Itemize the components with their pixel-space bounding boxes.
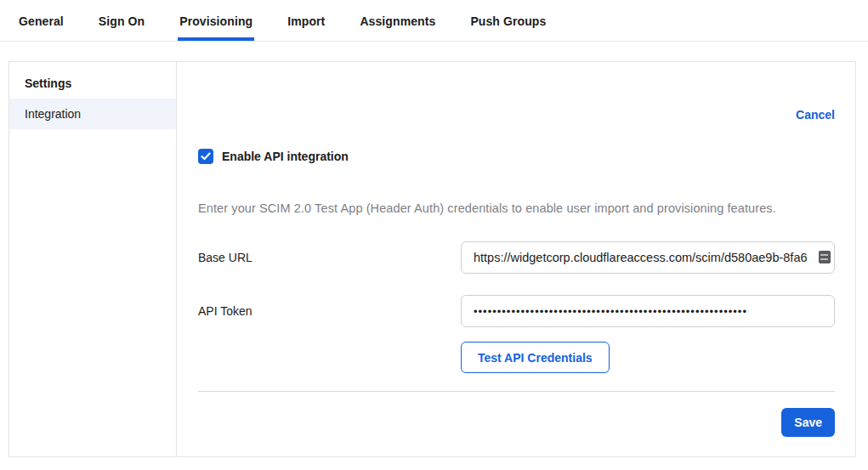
save-button[interactable]: Save: [781, 408, 835, 437]
test-api-credentials-button[interactable]: Test API Credentials: [461, 342, 610, 373]
base-url-row: Base URL: [198, 241, 835, 274]
api-token-label: API Token: [198, 304, 461, 318]
tab-general[interactable]: General: [17, 0, 65, 41]
tab-sign-on[interactable]: Sign On: [97, 0, 146, 41]
tab-assignments[interactable]: Assignments: [358, 0, 437, 41]
sidebar-item-integration[interactable]: Integration: [9, 99, 176, 129]
sidebar-header: Settings: [9, 67, 176, 99]
enable-api-integration-label: Enable API integration: [222, 150, 349, 163]
base-url-input[interactable]: [461, 241, 835, 274]
tab-push-groups[interactable]: Push Groups: [468, 0, 547, 41]
tab-provisioning[interactable]: Provisioning: [178, 0, 254, 41]
tab-import[interactable]: Import: [286, 0, 326, 41]
settings-sidebar: Settings Integration: [9, 62, 177, 456]
app-tab-bar: General Sign On Provisioning Import Assi…: [0, 0, 868, 42]
api-token-row: API Token: [198, 295, 835, 327]
cancel-link[interactable]: Cancel: [796, 108, 835, 122]
enable-api-integration-checkbox[interactable]: [198, 149, 213, 164]
text-overflow-indicator: [819, 251, 831, 263]
check-icon: [201, 152, 211, 161]
api-token-input[interactable]: [461, 295, 835, 327]
provisioning-panel: Settings Integration Cancel Enable API i…: [9, 61, 856, 457]
form-divider: [198, 391, 835, 392]
integration-form: Cancel Enable API integration Enter your…: [177, 62, 855, 456]
credentials-description: Enter your SCIM 2.0 Test App (Header Aut…: [198, 201, 835, 215]
base-url-label: Base URL: [198, 251, 461, 264]
